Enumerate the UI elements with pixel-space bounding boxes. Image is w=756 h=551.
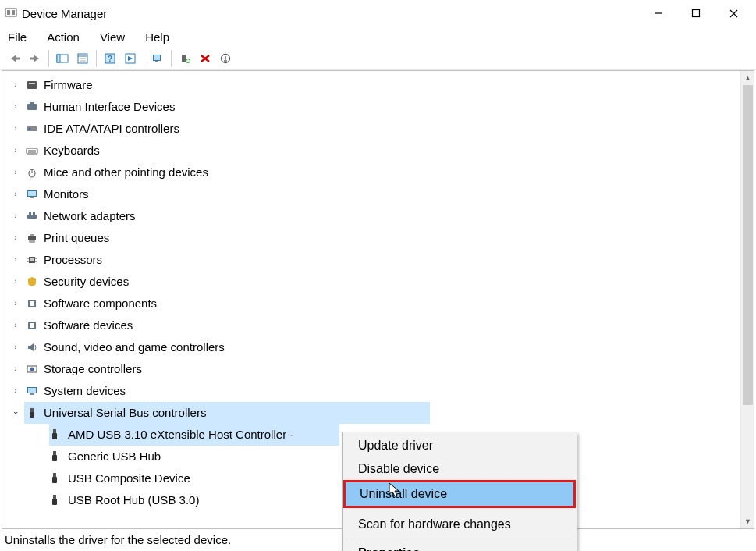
svg-rect-63 bbox=[53, 429, 56, 433]
chevron-right-icon[interactable]: › bbox=[10, 254, 21, 265]
security-icon bbox=[25, 275, 39, 289]
svg-rect-62 bbox=[30, 412, 34, 418]
chevron-right-icon[interactable]: › bbox=[10, 386, 21, 396]
window-title: Device Manager bbox=[22, 7, 107, 20]
svg-rect-28 bbox=[27, 104, 37, 110]
svg-rect-41 bbox=[29, 212, 31, 215]
chevron-right-icon[interactable]: › bbox=[10, 342, 21, 353]
svg-rect-7 bbox=[16, 57, 20, 59]
svg-rect-69 bbox=[53, 495, 56, 499]
chevron-down-icon[interactable]: › bbox=[10, 407, 21, 418]
context-separator bbox=[346, 539, 573, 539]
svg-rect-68 bbox=[52, 477, 57, 483]
svg-rect-39 bbox=[30, 197, 34, 198]
tree-label: USB Composite Device bbox=[68, 467, 190, 489]
chevron-right-icon[interactable]: › bbox=[10, 123, 21, 134]
svg-rect-27 bbox=[29, 83, 35, 84]
disable-device-button[interactable] bbox=[215, 49, 236, 68]
help-button[interactable]: ? bbox=[100, 49, 120, 68]
context-scan-hardware[interactable]: Scan for hardware changes bbox=[344, 513, 575, 536]
svg-rect-70 bbox=[52, 499, 57, 505]
minimize-button[interactable] bbox=[641, 2, 676, 25]
svg-rect-61 bbox=[30, 408, 34, 412]
tree-node-software-components[interactable]: › Software components bbox=[4, 293, 753, 315]
chevron-right-icon[interactable]: › bbox=[10, 276, 21, 287]
tree-node-keyboards[interactable]: › Keyboards bbox=[4, 140, 753, 162]
chevron-right-icon[interactable]: › bbox=[10, 145, 21, 156]
chevron-right-icon[interactable]: › bbox=[10, 364, 21, 375]
hid-icon bbox=[25, 100, 39, 114]
tree-label: Network adapters bbox=[44, 205, 136, 227]
tree-node-security[interactable]: › Security devices bbox=[4, 271, 753, 293]
cpu-icon bbox=[25, 253, 39, 267]
back-button[interactable] bbox=[5, 49, 25, 68]
tree-label: Human Interface Devices bbox=[44, 96, 175, 118]
svg-rect-42 bbox=[33, 212, 35, 215]
action-button[interactable] bbox=[120, 49, 140, 68]
svg-rect-19 bbox=[154, 55, 160, 60]
maximize-button[interactable] bbox=[678, 2, 714, 25]
chevron-right-icon[interactable]: › bbox=[10, 233, 21, 244]
tree-label: Keyboards bbox=[44, 140, 100, 162]
tree-node-processors[interactable]: › Processors bbox=[4, 249, 753, 271]
scroll-down-button[interactable]: ▼ bbox=[741, 514, 754, 528]
uninstall-device-button[interactable] bbox=[195, 49, 215, 68]
svg-rect-44 bbox=[30, 234, 34, 236]
tree-node-sound[interactable]: › Sound, video and game controllers bbox=[4, 336, 753, 358]
tree-node-firmware[interactable]: › Firmware bbox=[4, 74, 753, 96]
forward-button[interactable] bbox=[25, 49, 45, 68]
app-icon bbox=[5, 6, 17, 21]
context-disable-device[interactable]: Disable device bbox=[344, 457, 575, 481]
svg-rect-29 bbox=[30, 102, 34, 105]
context-properties[interactable]: Properties bbox=[344, 542, 575, 551]
tree-node-usb[interactable]: › Universal Serial Bus controllers bbox=[4, 402, 753, 424]
tree-label: Mice and other pointing devices bbox=[44, 162, 208, 183]
context-update-driver[interactable]: Update driver bbox=[344, 434, 575, 457]
tree-node-monitors[interactable]: › Monitors bbox=[4, 183, 753, 205]
svg-rect-55 bbox=[30, 323, 34, 328]
chevron-right-icon[interactable]: › bbox=[10, 298, 21, 309]
menu-help[interactable]: Help bbox=[142, 29, 172, 45]
chevron-right-icon[interactable]: › bbox=[10, 167, 21, 178]
properties-button[interactable] bbox=[73, 49, 93, 68]
chevron-right-icon[interactable]: › bbox=[10, 211, 21, 222]
context-menu: Update driver Disable device Uninstall d… bbox=[342, 432, 577, 551]
software-icon bbox=[25, 297, 39, 311]
firmware-icon bbox=[25, 78, 39, 92]
tree-label: Software components bbox=[44, 293, 157, 315]
tree-node-software-devices[interactable]: › Software devices bbox=[4, 315, 753, 336]
tree-label: System devices bbox=[44, 380, 126, 402]
tree-label: Universal Serial Bus controllers bbox=[44, 402, 206, 424]
menu-file[interactable]: File bbox=[5, 29, 30, 45]
context-uninstall-device[interactable]: Uninstall device bbox=[346, 482, 573, 506]
keyboard-icon bbox=[25, 144, 39, 158]
tree-node-hid[interactable]: › Human Interface Devices bbox=[4, 96, 753, 118]
close-button[interactable] bbox=[715, 2, 751, 25]
tree-label: Software devices bbox=[44, 315, 133, 336]
tree-node-storage[interactable]: › Storage controllers bbox=[4, 358, 753, 380]
system-icon bbox=[25, 384, 39, 398]
chevron-right-icon[interactable]: › bbox=[10, 320, 21, 331]
scan-hardware-button[interactable] bbox=[147, 49, 168, 68]
chevron-right-icon[interactable]: › bbox=[10, 189, 21, 200]
menu-action[interactable]: Action bbox=[44, 29, 83, 45]
usb-device-icon bbox=[48, 493, 62, 507]
printer-icon bbox=[25, 231, 39, 245]
sound-icon bbox=[25, 340, 39, 354]
svg-rect-1 bbox=[7, 10, 10, 15]
tree-node-ide[interactable]: › IDE ATA/ATAPI controllers bbox=[4, 118, 753, 140]
tree-node-printers[interactable]: › Print queues bbox=[4, 227, 753, 249]
menu-view[interactable]: View bbox=[97, 29, 128, 45]
svg-rect-43 bbox=[28, 236, 36, 240]
software-icon bbox=[25, 318, 39, 332]
show-hide-tree-button[interactable] bbox=[52, 49, 73, 68]
chevron-right-icon[interactable]: › bbox=[10, 101, 21, 112]
tree-node-mice[interactable]: › Mice and other pointing devices bbox=[4, 162, 753, 183]
update-driver-button[interactable] bbox=[175, 49, 195, 68]
svg-rect-59 bbox=[28, 388, 36, 393]
tree-node-network[interactable]: › Network adapters bbox=[4, 205, 753, 227]
tree-node-system[interactable]: › System devices bbox=[4, 380, 753, 402]
svg-rect-2 bbox=[12, 10, 15, 15]
chevron-right-icon[interactable]: › bbox=[10, 80, 21, 91]
svg-point-57 bbox=[30, 368, 34, 371]
